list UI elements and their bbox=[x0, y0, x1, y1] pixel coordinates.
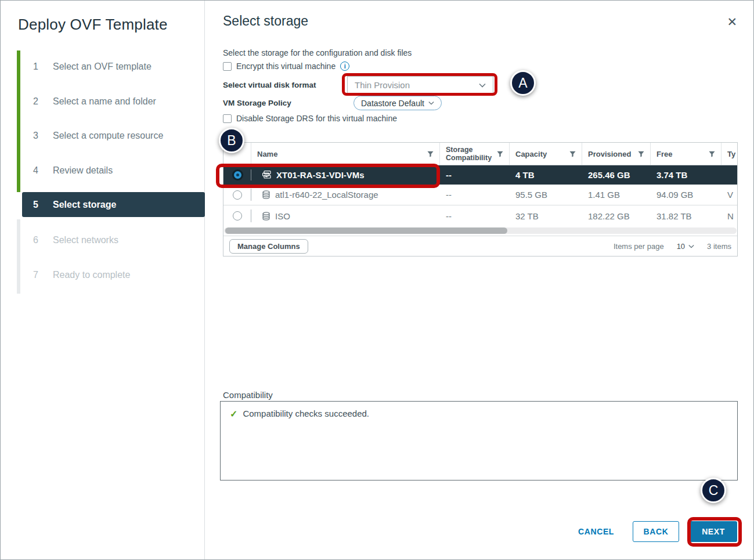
table-footer: Manage Columns Items per page 10 3 items bbox=[223, 236, 737, 256]
filter-icon[interactable] bbox=[427, 151, 434, 157]
table-header: Name Storage Compatibility Capacity Prov… bbox=[223, 143, 737, 165]
disk-format-value: Thin Provision bbox=[355, 80, 410, 90]
step-label: Select storage bbox=[53, 200, 116, 210]
datastore-name: ISO bbox=[275, 211, 290, 221]
column-header-capacity[interactable]: Capacity bbox=[510, 143, 582, 165]
storage-policy-row: VM Storage Policy Datastore Default bbox=[223, 96, 442, 110]
sidebar-step-4[interactable]: 4 Review details bbox=[33, 164, 113, 178]
wizard-content: Select storage ✕ Select the storage for … bbox=[205, 1, 753, 559]
disk-format-select[interactable]: Thin Provision bbox=[347, 76, 493, 94]
scrollbar-thumb[interactable] bbox=[225, 227, 507, 234]
next-button[interactable]: NEXT bbox=[690, 521, 737, 542]
column-header-name[interactable]: Name bbox=[251, 143, 440, 165]
drs-row: Disable Storage DRS for this virtual mac… bbox=[223, 114, 397, 123]
items-per-page-label: Items per page bbox=[614, 242, 664, 251]
filter-icon[interactable] bbox=[638, 151, 644, 157]
datastore-icon bbox=[262, 212, 270, 221]
cell-capacity: 95.5 GB bbox=[510, 190, 582, 200]
step-number: 5 bbox=[33, 200, 42, 210]
compatibility-message: Compatibility checks succeeded. bbox=[243, 409, 369, 418]
datastore-name: atl1-r640-22_LocalStorage bbox=[275, 190, 378, 200]
deploy-ovf-template-dialog: Deploy OVF Template 1 Select an OVF temp… bbox=[0, 0, 754, 560]
column-header-storage-compatibility[interactable]: Storage Compatibility bbox=[440, 143, 510, 165]
items-per-page-select[interactable]: 10 bbox=[677, 242, 694, 251]
filter-icon[interactable] bbox=[569, 151, 576, 157]
step-label: Review details bbox=[53, 165, 113, 176]
step-number: 6 bbox=[33, 235, 42, 245]
items-count: 3 items bbox=[707, 242, 731, 251]
storage-description: Select the storage for the configuration… bbox=[223, 48, 412, 57]
filter-icon[interactable] bbox=[709, 151, 715, 157]
cell-storage-compatibility: -- bbox=[440, 211, 510, 221]
column-header-provisioned[interactable]: Provisioned bbox=[582, 143, 651, 165]
cell-free: 94.09 GB bbox=[651, 190, 721, 200]
page-title: Select storage bbox=[223, 13, 308, 29]
column-header-free[interactable]: Free bbox=[651, 143, 721, 165]
cell-free: 31.82 TB bbox=[651, 211, 721, 221]
step-number: 2 bbox=[33, 96, 42, 107]
storage-policy-value: Datastore Default bbox=[361, 99, 424, 108]
horizontal-scrollbar bbox=[223, 226, 737, 236]
sidebar-step-7: 7 Ready to complete bbox=[33, 268, 130, 282]
datastore-icon bbox=[262, 190, 270, 199]
back-button[interactable]: BACK bbox=[633, 521, 679, 542]
cell-capacity: 32 TB bbox=[510, 211, 582, 221]
cell-storage-compatibility: -- bbox=[440, 170, 510, 180]
table-row[interactable]: atl1-r640-22_LocalStorage -- 95.5 GB 1.4… bbox=[223, 185, 737, 205]
radio-selected[interactable] bbox=[232, 169, 243, 180]
step-number: 4 bbox=[33, 165, 42, 176]
storage-policy-dropdown[interactable]: Datastore Default bbox=[353, 96, 442, 110]
cell-free: 3.74 TB bbox=[651, 170, 721, 180]
info-icon[interactable]: i bbox=[340, 62, 349, 71]
table-row-selected[interactable]: XT01-RA-S1-VDI-VMs -- 4 TB 265.46 GB 3.7… bbox=[223, 165, 737, 185]
cancel-button[interactable]: CANCEL bbox=[578, 527, 614, 536]
encrypt-row: Encrypt this virtual machine i bbox=[223, 62, 349, 71]
encrypt-label: Encrypt this virtual machine bbox=[236, 62, 335, 71]
sidebar-step-5-active[interactable]: 5 Select storage bbox=[22, 192, 205, 217]
dialog-title: Deploy OVF Template bbox=[18, 16, 168, 34]
cell-type: N bbox=[721, 211, 737, 221]
filter-icon[interactable] bbox=[497, 151, 503, 157]
cell-provisioned: 182.22 GB bbox=[582, 211, 651, 221]
step-label: Select a compute resource bbox=[53, 131, 163, 141]
compatibility-box: ✓ Compatibility checks succeeded. bbox=[220, 401, 738, 480]
storage-policy-label: VM Storage Policy bbox=[223, 99, 353, 107]
close-icon[interactable]: ✕ bbox=[727, 16, 737, 28]
step-number: 7 bbox=[33, 270, 42, 280]
radio-unselected[interactable] bbox=[233, 211, 242, 221]
chevron-down-icon bbox=[479, 83, 486, 88]
radio-unselected[interactable] bbox=[233, 190, 242, 200]
datastore-cluster-icon bbox=[262, 170, 272, 180]
step-number: 3 bbox=[33, 131, 42, 141]
step-label: Ready to complete bbox=[53, 270, 130, 280]
disk-format-row: Select virtual disk format Thin Provisio… bbox=[223, 76, 493, 94]
step-label: Select a name and folder bbox=[53, 96, 156, 107]
cell-capacity: 4 TB bbox=[510, 170, 582, 180]
sidebar-step-6: 6 Select networks bbox=[33, 233, 118, 247]
compatibility-label: Compatibility bbox=[223, 390, 273, 400]
manage-columns-button[interactable]: Manage Columns bbox=[229, 239, 308, 254]
cell-provisioned: 265.46 GB bbox=[582, 170, 651, 180]
drs-checkbox[interactable] bbox=[223, 114, 232, 123]
datastore-table: Name Storage Compatibility Capacity Prov… bbox=[223, 142, 738, 256]
progress-rail-upcoming bbox=[17, 219, 20, 294]
progress-rail-completed bbox=[17, 50, 20, 192]
radio-column-header bbox=[223, 143, 251, 165]
datastore-name: XT01-RA-S1-VDI-VMs bbox=[276, 170, 365, 180]
step-label: Select an OVF template bbox=[53, 62, 151, 72]
encrypt-checkbox[interactable] bbox=[223, 62, 232, 71]
drs-label: Disable Storage DRS for this virtual mac… bbox=[236, 114, 397, 123]
sidebar-step-3[interactable]: 3 Select a compute resource bbox=[33, 129, 163, 143]
chevron-down-icon bbox=[688, 244, 694, 248]
cell-provisioned: 1.41 GB bbox=[582, 190, 651, 200]
wizard-sidebar: Deploy OVF Template 1 Select an OVF temp… bbox=[1, 1, 205, 559]
table-row[interactable]: ISO -- 32 TB 182.22 GB 31.82 TB N bbox=[223, 205, 737, 226]
cell-storage-compatibility: -- bbox=[440, 190, 510, 200]
cell-type: V bbox=[721, 190, 737, 200]
scrollbar-track[interactable] bbox=[224, 227, 737, 234]
column-header-type[interactable]: Ty bbox=[721, 143, 737, 165]
chevron-down-icon bbox=[428, 101, 434, 105]
sidebar-step-1[interactable]: 1 Select an OVF template bbox=[33, 60, 151, 74]
wizard-actions: CANCEL BACK NEXT bbox=[578, 521, 737, 542]
sidebar-step-2[interactable]: 2 Select a name and folder bbox=[33, 95, 156, 109]
